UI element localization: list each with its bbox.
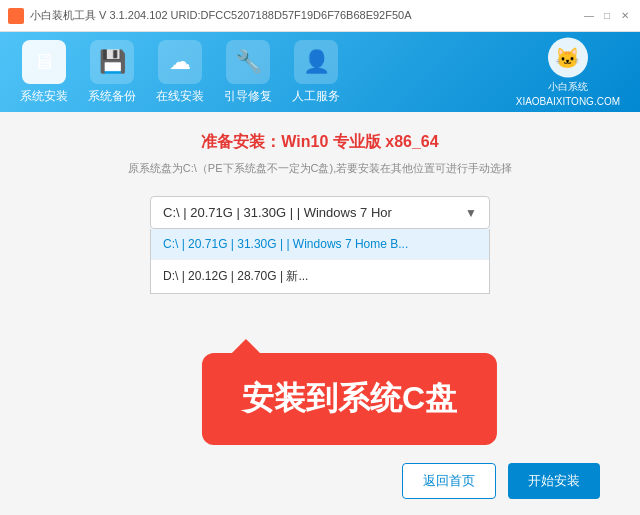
guide-repair-label: 引导修复: [224, 88, 272, 105]
dropdown-list: C:\ | 20.71G | 31.30G | | Windows 7 Home…: [150, 229, 490, 294]
prepare-title: 准备安装：Win10 专业版 x86_64: [40, 132, 600, 153]
system-install-icon: 🖥: [22, 40, 66, 84]
minimize-button[interactable]: —: [582, 9, 596, 23]
title-bar-left: 小白装机工具 V 3.1.204.102 URID:DFCC5207188D57…: [8, 8, 412, 24]
system-backup-icon: 💾: [90, 40, 134, 84]
prepare-sub: 原系统盘为C:\（PE下系统盘不一定为C盘),若要安装在其他位置可进行手动选择: [40, 161, 600, 176]
disk-dropdown-wrap: C:\ | 20.71G | 31.30G | | Windows 7 Hor …: [150, 196, 490, 229]
title-bar: 小白装机工具 V 3.1.204.102 URID:DFCC5207188D57…: [0, 0, 640, 32]
nav-system-backup[interactable]: 💾 系统备份: [88, 40, 136, 105]
nav-online-install[interactable]: ☁ 在线安装: [156, 40, 204, 105]
logo-icon: 🐱: [548, 38, 588, 78]
disk-dropdown[interactable]: C:\ | 20.71G | 31.30G | | Windows 7 Hor …: [150, 196, 490, 229]
logo-subtext: XIAOBAIXITONG.COM: [516, 96, 620, 107]
dropdown-option-c[interactable]: C:\ | 20.71G | 31.30G | | Windows 7 Home…: [151, 229, 489, 260]
close-button[interactable]: ✕: [618, 9, 632, 23]
tooltip-text: 安装到系统C盘: [242, 380, 457, 416]
option-c-label: C:\ | 20.71G | 31.30G | | Windows 7 Home…: [163, 237, 408, 251]
dropdown-option-d[interactable]: D:\ | 20.12G | 28.70G | 新...: [151, 260, 489, 293]
chevron-down-icon: ▼: [465, 206, 477, 220]
logo-area: 🐱 小白系统 XIAOBAIXITONG.COM: [516, 38, 620, 107]
manual-service-label: 人工服务: [292, 88, 340, 105]
main-content: 准备安装：Win10 专业版 x86_64 原系统盘为C:\（PE下系统盘不一定…: [0, 112, 640, 515]
app-icon: [8, 8, 24, 24]
nav-system-install[interactable]: 🖥 系统安装: [20, 40, 68, 105]
online-install-label: 在线安装: [156, 88, 204, 105]
title-text: 小白装机工具 V 3.1.204.102 URID:DFCC5207188D57…: [30, 8, 412, 23]
system-install-label: 系统安装: [20, 88, 68, 105]
start-install-button[interactable]: 开始安装: [508, 463, 600, 499]
system-backup-label: 系统备份: [88, 88, 136, 105]
online-install-icon: ☁: [158, 40, 202, 84]
bottom-bar: 返回首页 开始安装: [402, 463, 600, 499]
manual-service-icon: 👤: [294, 40, 338, 84]
nav-guide-repair[interactable]: 🔧 引导修复: [224, 40, 272, 105]
guide-repair-icon: 🔧: [226, 40, 270, 84]
nav-manual-service[interactable]: 👤 人工服务: [292, 40, 340, 105]
window-controls[interactable]: — □ ✕: [582, 9, 632, 23]
logo-name: 小白系统: [548, 80, 588, 94]
option-d-label: D:\ | 20.12G | 28.70G | 新...: [163, 269, 308, 283]
maximize-button[interactable]: □: [600, 9, 614, 23]
install-tooltip: 安装到系统C盘: [202, 353, 497, 445]
back-button[interactable]: 返回首页: [402, 463, 496, 499]
dropdown-selected-text: C:\ | 20.71G | 31.30G | | Windows 7 Hor: [163, 205, 392, 220]
header: 🖥 系统安装 💾 系统备份 ☁ 在线安装 🔧 引导修复 👤 人工服务 🐱 小白系…: [0, 32, 640, 112]
